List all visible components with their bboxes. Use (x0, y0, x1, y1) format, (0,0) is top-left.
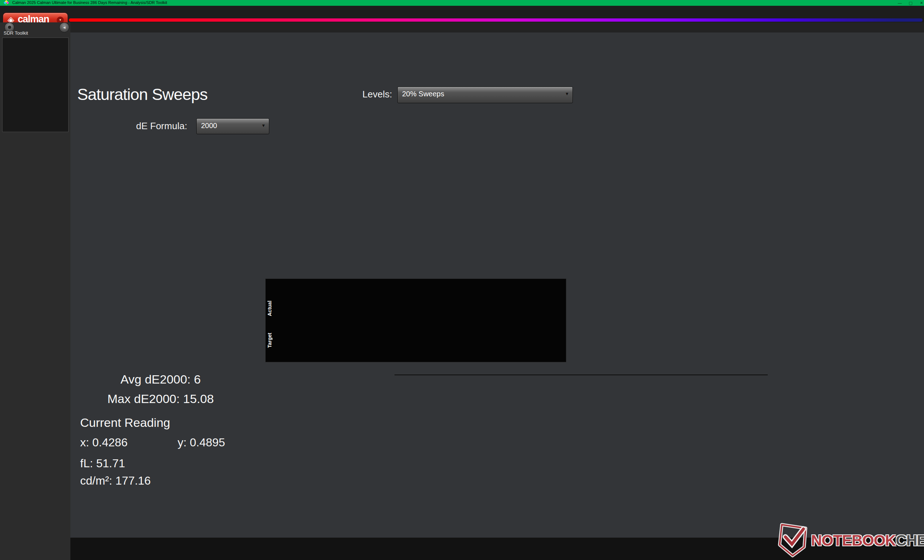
current-cdm2: cd/m²: 177.16 (80, 474, 151, 488)
sidebar-collapse-button[interactable]: ◀ (59, 22, 69, 33)
page-title: Saturation Sweeps (77, 85, 207, 104)
tab-row: History 1 + X-Rite i1Pro 2 Direct View ▼… (0, 22, 924, 33)
workflow-tree (2, 37, 69, 132)
chevron-down-icon: ▼ (261, 123, 266, 128)
levels-value: 20% Sweeps (402, 90, 444, 98)
color-comparison-panel (265, 279, 566, 362)
levels-label: Levels: (362, 89, 392, 100)
window-title: Calman 2025 Calman Ultimate for Business… (12, 0, 167, 5)
minimize-button[interactable]: — (895, 0, 904, 6)
sidebar-title: SDR Toolkit (4, 30, 28, 36)
close-button[interactable]: ✕ (917, 0, 924, 6)
app-icon (4, 0, 9, 5)
maximize-button[interactable]: ▢ (906, 0, 915, 6)
levels-dropdown[interactable]: 20% Sweeps ▼ (398, 87, 573, 103)
max-de2000: Max dE2000: 15.08 (81, 392, 240, 406)
target-row-label: Target (267, 320, 273, 360)
current-fl: fL: 51.71 (80, 457, 125, 470)
current-x: x: 0.4286 (80, 436, 128, 449)
avg-de2000: Avg dE2000: 6 (81, 372, 240, 386)
chevron-down-icon: ▼ (565, 91, 569, 96)
de-formula-value: 2000 (201, 121, 217, 130)
de-formula-dropdown[interactable]: 2000 ▼ (196, 118, 269, 134)
spectrum-gradient-bar (69, 18, 922, 22)
bottom-bar (70, 538, 924, 560)
current-y: y: 0.4895 (178, 436, 225, 449)
calman-window: Calman 2025 Calman Ultimate for Business… (0, 0, 924, 560)
dot-icon (8, 25, 11, 29)
header-bar: ◈ calman ▼ (0, 6, 924, 22)
titlebar: Calman 2025 Calman Ultimate for Business… (0, 0, 924, 6)
measurement-table (394, 374, 768, 375)
de-formula-label: dE Formula: (136, 121, 188, 132)
current-reading-heading: Current Reading (80, 416, 170, 430)
chevron-left-icon: ◀ (63, 25, 66, 29)
